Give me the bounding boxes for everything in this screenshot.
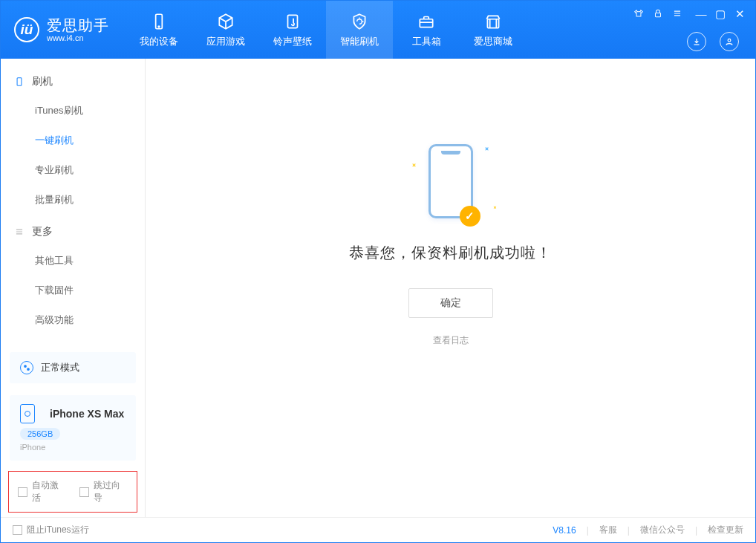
minimize-button[interactable]: — [696,8,706,19]
cube-icon [216,12,235,31]
sparkle-icon: ✦ [481,143,491,153]
view-log-link[interactable]: 查看日志 [433,334,469,347]
device-card[interactable]: iPhone XS Max 256GB iPhone [10,395,136,461]
checkbox-icon [79,487,89,497]
svg-point-9 [27,368,30,371]
divider: | [628,525,630,536]
toolbox-icon [417,12,436,31]
phone-icon [14,77,25,87]
section-title: 更多 [32,225,53,238]
divider: | [587,525,589,536]
music-icon [283,12,302,31]
sidebar-item-onekey-flash[interactable]: 一键刷机 [1,126,145,155]
sidebar-item-itunes-flash[interactable]: iTunes刷机 [1,96,145,126]
sidebar-item-batch-flash[interactable]: 批量刷机 [1,185,145,215]
section-flash: 刷机 [1,65,145,96]
device-capacity: 256GB [20,428,60,440]
checkbox-block-itunes[interactable]: 阻止iTunes运行 [13,524,89,536]
header-actions [687,32,739,51]
nav-store[interactable]: 爱思商城 [460,1,527,59]
window-controls: — ▢ ✕ [696,8,745,19]
maximize-button[interactable]: ▢ [715,8,726,19]
window-controls-row: — ▢ ✕ [633,8,745,19]
sidebar: 刷机 iTunes刷机 一键刷机 专业刷机 批量刷机 更多 其他工具 下载固件 … [1,59,146,517]
divider: | [695,525,697,536]
mode-card[interactable]: 正常模式 [10,352,136,383]
app-window: iü 爱思助手 www.i4.cn 我的设备 应用游戏 铃声壁纸 智能刷机 [0,0,756,543]
app-url: www.i4.cn [47,33,109,42]
nav-label: 铃声壁纸 [273,35,312,48]
wechat-link[interactable]: 微信公众号 [640,524,685,536]
checkmark-badge-icon: ✓ [460,206,480,227]
svg-rect-4 [487,19,498,27]
checkbox-label: 阻止iTunes运行 [27,524,89,536]
store-icon [483,12,503,31]
svg-point-6 [728,39,731,42]
close-button[interactable]: ✕ [734,8,745,19]
svg-rect-3 [420,19,432,27]
footer-left: 阻止iTunes运行 [13,524,89,536]
tshirt-icon[interactable] [633,8,644,19]
checkbox-icon [18,487,27,497]
checkbox-skip-guide[interactable]: 跳过向导 [79,479,128,504]
device-name: iPhone XS Max [50,408,124,420]
mode-label: 正常模式 [41,361,79,374]
sidebar-item-pro-flash[interactable]: 专业刷机 [1,155,145,185]
device-icon [149,12,169,31]
app-name: 爱思助手 [47,17,109,33]
nav-label: 我的设备 [140,35,178,48]
flash-options-highlight: 自动激活 跳过向导 [8,471,137,513]
checkbox-label: 自动激活 [32,479,66,504]
logo-text: 爱思助手 www.i4.cn [47,17,109,42]
download-icon [691,36,702,47]
support-link[interactable]: 客服 [599,524,617,536]
logo-icon: iü [14,17,39,42]
user-button[interactable] [720,32,739,51]
version-label: V8.16 [553,525,576,536]
check-update-link[interactable]: 检查更新 [708,524,743,536]
main-panel: ✦ ✦ ✦ ✓ 恭喜您，保资料刷机成功啦！ 确定 查看日志 [146,59,755,517]
nav-apps[interactable]: 应用游戏 [192,1,259,59]
download-button[interactable] [687,32,706,51]
svg-rect-5 [656,13,661,16]
content-body: 刷机 iTunes刷机 一键刷机 专业刷机 批量刷机 更多 其他工具 下载固件 … [1,59,755,517]
success-message: 恭喜您，保资料刷机成功啦！ [349,243,552,263]
device-icon [20,404,35,423]
nav-label: 智能刷机 [340,35,379,48]
checkbox-auto-activate[interactable]: 自动激活 [18,479,66,504]
shield-refresh-icon [350,12,369,31]
mode-icon [20,361,33,374]
section-more: 更多 [1,215,145,246]
checkbox-icon [13,525,22,535]
sparkle-icon: ✦ [408,160,418,169]
svg-rect-7 [17,78,22,86]
user-icon [724,36,734,47]
svg-point-8 [25,365,27,368]
svg-point-1 [158,26,160,27]
nav-my-device[interactable]: 我的设备 [126,1,192,59]
sidebar-item-other-tools[interactable]: 其他工具 [1,246,145,276]
sidebar-scroll: 刷机 iTunes刷机 一键刷机 专业刷机 批量刷机 更多 其他工具 下载固件 … [1,59,145,346]
nav-ringtone[interactable]: 铃声壁纸 [259,1,326,59]
footer-right: V8.16 | 客服 | 微信公众号 | 检查更新 [553,524,743,536]
lock-icon[interactable] [653,8,663,19]
nav-toolbox[interactable]: 工具箱 [393,1,460,59]
titlebar: iü 爱思助手 www.i4.cn 我的设备 应用游戏 铃声壁纸 智能刷机 [1,1,755,59]
nav-flash[interactable]: 智能刷机 [326,1,393,59]
statusbar: 阻止iTunes运行 V8.16 | 客服 | 微信公众号 | 检查更新 [1,517,755,542]
device-type: iPhone [20,443,45,452]
logo: iü 爱思助手 www.i4.cn [1,1,126,59]
list-icon [14,227,25,237]
section-title: 刷机 [32,75,53,88]
sidebar-item-advanced[interactable]: 高级功能 [1,305,145,335]
device-row: iPhone XS Max [20,404,124,423]
ok-button[interactable]: 确定 [408,288,493,318]
sidebar-item-download-firmware[interactable]: 下载固件 [1,276,145,305]
sparkle-icon: ✦ [490,203,498,211]
success-illustration: ✦ ✦ ✦ ✓ [406,140,495,222]
checkbox-label: 跳过向导 [94,479,128,504]
main-nav: 我的设备 应用游戏 铃声壁纸 智能刷机 工具箱 爱思商城 [126,1,527,59]
nav-label: 应用游戏 [206,35,245,48]
nav-label: 工具箱 [412,35,441,48]
menu-icon[interactable] [672,8,682,19]
